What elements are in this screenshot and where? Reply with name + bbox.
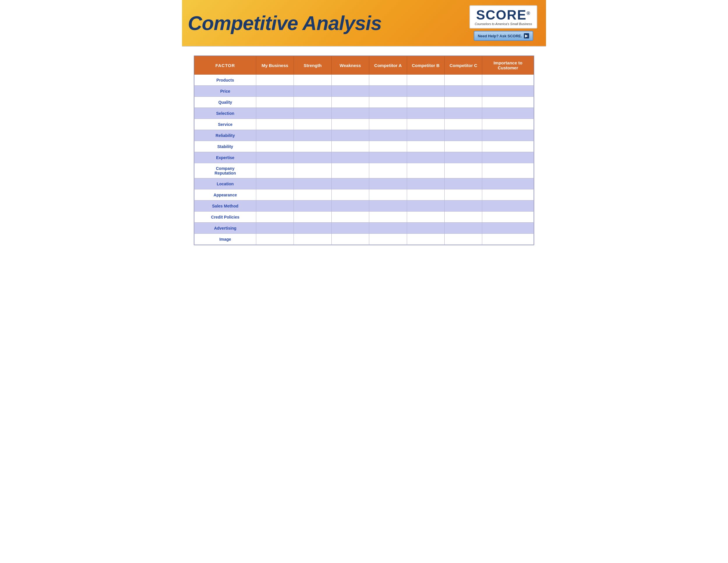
weakness-cell	[331, 163, 369, 178]
table-row: Price	[195, 86, 534, 97]
competitor-a-cell	[369, 108, 407, 119]
importance-cell	[482, 108, 534, 119]
strength-cell	[294, 75, 331, 86]
importance-cell	[482, 86, 534, 97]
competitor-a-cell	[369, 119, 407, 130]
strength-cell	[294, 163, 331, 178]
competitor-c-cell	[445, 108, 482, 119]
factor-label-cell: Location	[195, 178, 256, 189]
weakness-cell	[331, 86, 369, 97]
table-row: Reliability	[195, 130, 534, 141]
table-wrapper: FACTOR My Business Strength Weakness Com…	[194, 55, 534, 245]
strength-cell	[294, 178, 331, 189]
factor-label-cell: Price	[195, 86, 256, 97]
weakness-cell	[331, 152, 369, 163]
weakness-cell	[331, 141, 369, 152]
table-row: Stability	[195, 141, 534, 152]
competitor-c-cell	[445, 75, 482, 86]
competitor-a-cell	[369, 97, 407, 108]
mybusiness-cell	[256, 75, 294, 86]
competitor-c-cell	[445, 119, 482, 130]
competitor-c-cell	[445, 86, 482, 97]
competitor-b-cell	[407, 130, 444, 141]
col-header-importance: Importance to Customer	[482, 56, 534, 75]
factor-label-cell: Credit Policies	[195, 211, 256, 223]
competitor-c-cell	[445, 223, 482, 234]
col-header-competitor-b: Competitor B	[407, 56, 444, 75]
score-logo-text: SCORE®	[476, 8, 531, 22]
strength-cell	[294, 97, 331, 108]
header-banner: Competitive Analysis SCORE® Counselors t…	[182, 0, 546, 47]
competitor-b-cell	[407, 211, 444, 223]
analysis-table: FACTOR My Business Strength Weakness Com…	[194, 56, 534, 245]
factor-label-cell: Image	[195, 234, 256, 245]
col-header-competitor-c: Competitor C	[445, 56, 482, 75]
weakness-cell	[331, 211, 369, 223]
weakness-cell	[331, 108, 369, 119]
factor-label-cell: Reliability	[195, 130, 256, 141]
weakness-cell	[331, 200, 369, 211]
importance-cell	[482, 152, 534, 163]
competitor-a-cell	[369, 141, 407, 152]
mybusiness-cell	[256, 189, 294, 200]
col-header-strength: Strength	[294, 56, 331, 75]
competitor-b-cell	[407, 86, 444, 97]
table-row: Appearance	[195, 189, 534, 200]
importance-cell	[482, 234, 534, 245]
weakness-cell	[331, 178, 369, 189]
strength-cell	[294, 86, 331, 97]
mybusiness-cell	[256, 152, 294, 163]
main-content: FACTOR My Business Strength Weakness Com…	[182, 47, 546, 254]
score-logo-area: SCORE® Counselors to America's Small Bus…	[469, 5, 537, 41]
competitor-a-cell	[369, 86, 407, 97]
competitor-b-cell	[407, 152, 444, 163]
competitor-c-cell	[445, 200, 482, 211]
strength-cell	[294, 152, 331, 163]
competitor-a-cell	[369, 211, 407, 223]
importance-cell	[482, 178, 534, 189]
strength-cell	[294, 141, 331, 152]
mybusiness-cell	[256, 223, 294, 234]
table-row: Expertise	[195, 152, 534, 163]
table-row: CompanyReputation	[195, 163, 534, 178]
arrow-icon: ▶	[524, 33, 529, 38]
importance-cell	[482, 163, 534, 178]
strength-cell	[294, 119, 331, 130]
weakness-cell	[331, 223, 369, 234]
need-help-button[interactable]: Need Help? Ask SCORE. ▶	[474, 31, 533, 41]
mybusiness-cell	[256, 141, 294, 152]
factor-label-cell: Advertising	[195, 223, 256, 234]
strength-cell	[294, 130, 331, 141]
importance-cell	[482, 189, 534, 200]
mybusiness-cell	[256, 97, 294, 108]
competitor-b-cell	[407, 234, 444, 245]
weakness-cell	[331, 189, 369, 200]
factor-label-cell: Selection	[195, 108, 256, 119]
competitor-b-cell	[407, 108, 444, 119]
competitor-b-cell	[407, 200, 444, 211]
col-header-competitor-a: Competitor A	[369, 56, 407, 75]
competitor-a-cell	[369, 75, 407, 86]
importance-cell	[482, 75, 534, 86]
competitor-a-cell	[369, 178, 407, 189]
score-tagline: Counselors to America's Small Business	[475, 22, 532, 26]
page-title: Competitive Analysis	[188, 12, 381, 34]
competitor-b-cell	[407, 97, 444, 108]
mybusiness-cell	[256, 211, 294, 223]
mybusiness-cell	[256, 234, 294, 245]
col-header-weakness: Weakness	[331, 56, 369, 75]
mybusiness-cell	[256, 86, 294, 97]
mybusiness-cell	[256, 119, 294, 130]
competitor-c-cell	[445, 234, 482, 245]
competitor-c-cell	[445, 163, 482, 178]
competitor-a-cell	[369, 189, 407, 200]
competitor-c-cell	[445, 178, 482, 189]
mybusiness-cell	[256, 163, 294, 178]
table-row: Credit Policies	[195, 211, 534, 223]
table-row: Products	[195, 75, 534, 86]
mybusiness-cell	[256, 108, 294, 119]
mybusiness-cell	[256, 130, 294, 141]
factor-label-cell: Sales Method	[195, 200, 256, 211]
weakness-cell	[331, 97, 369, 108]
competitor-b-cell	[407, 119, 444, 130]
